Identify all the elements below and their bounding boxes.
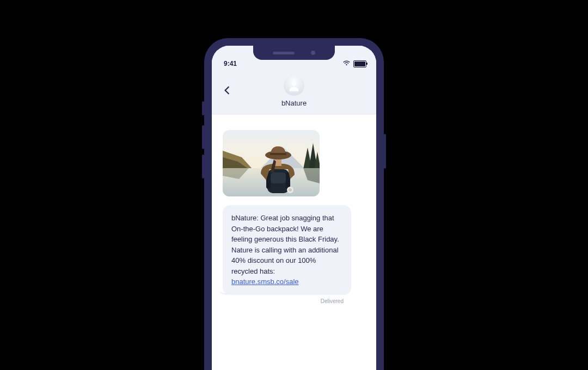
svg-point-0: [292, 81, 297, 86]
phone-side-button: [202, 155, 204, 178]
mms-image-attachment[interactable]: [223, 130, 320, 196]
phone-side-button: [202, 125, 204, 149]
phone-side-button: [384, 134, 386, 169]
conversation-header: bNature: [212, 70, 376, 115]
battery-icon: [353, 60, 366, 67]
contact-avatar[interactable]: [284, 75, 304, 96]
front-camera: [311, 51, 315, 55]
phone-screen: 9:41 bNature: [212, 46, 376, 370]
message-link[interactable]: bnature.smsb.co/sale: [231, 278, 299, 286]
contact-name: bNature: [212, 99, 376, 107]
phone-notch: [253, 46, 335, 60]
wifi-icon: [342, 60, 351, 67]
phone-frame: 9:41 bNature: [204, 38, 384, 370]
delivery-status: Delivered: [223, 298, 365, 304]
back-button[interactable]: [220, 84, 234, 97]
status-time: 9:41: [224, 60, 237, 67]
message-thread[interactable]: bNature: Great job snagging that On-the-…: [212, 115, 376, 370]
svg-point-18: [289, 188, 292, 192]
svg-rect-14: [271, 172, 286, 183]
svg-rect-21: [270, 153, 286, 155]
bubble-tail: [219, 287, 227, 295]
message-bubble[interactable]: bNature: Great job snagging that On-the-…: [223, 205, 351, 295]
speaker-slot: [273, 52, 295, 54]
message-text: bNature: Great job snagging that On-the-…: [231, 214, 339, 275]
phone-side-button: [202, 101, 204, 115]
